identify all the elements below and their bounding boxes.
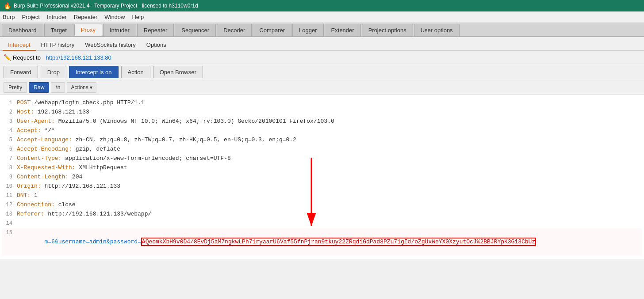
code-line-5: 5 Accept-Language: zh-CN, zh;q=0.8, zh-T…	[2, 136, 642, 145]
tab-proxy[interactable]: Proxy	[74, 24, 102, 36]
drop-button[interactable]: Drop	[41, 66, 66, 78]
menu-burp[interactable]: Burp	[3, 14, 15, 20]
code-line-8: 8 X-Requested-With: XMLHttpRequest	[2, 163, 642, 173]
newline-button[interactable]: \n	[51, 82, 65, 93]
open-browser-button[interactable]: Open Browser	[153, 66, 203, 78]
format-toolbar: Pretty Raw \n Actions ▾	[0, 80, 644, 95]
line-15-container: 15 m=6&username=admin&password=AQeomkXbH…	[2, 228, 642, 256]
subtab-http-history[interactable]: HTTP history	[36, 40, 80, 51]
tab-decoder[interactable]: Decoder	[217, 24, 252, 36]
tab-user-options[interactable]: User options	[414, 24, 460, 36]
request-url[interactable]: http://192.168.121.133:80	[46, 54, 111, 61]
pencil-icon: ✏️	[4, 54, 11, 61]
code-area: 1 POST /webapp/login_check.php HTTP/1.1 …	[0, 95, 644, 259]
action-buttons: Forward Drop Intercept is on Action Open…	[0, 64, 644, 80]
code-line-15: 15 m=6&username=admin&password=AQeomkXbH…	[2, 228, 642, 256]
title-bar: 🔥 Burp Suite Professional v2021.4 - Temp…	[0, 0, 644, 11]
tab-target[interactable]: Target	[44, 24, 73, 36]
tab-logger[interactable]: Logger	[292, 24, 323, 36]
line15-prefix: m=6&username=admin&password=	[44, 238, 141, 245]
actions-dropdown[interactable]: Actions ▾	[67, 82, 96, 93]
code-line-2: 2 Host: 192.168.121.133	[2, 108, 642, 117]
code-line-12: 12 Connection: close	[2, 201, 642, 210]
code-line-14: 14	[2, 219, 642, 228]
request-label: Request to	[13, 54, 41, 61]
menu-intruder[interactable]: Intruder	[47, 14, 67, 20]
main-tabs: Dashboard Target Proxy Intruder Repeater…	[0, 23, 644, 37]
code-line-13: 13 Referer: http://192.168.121.133/webap…	[2, 210, 642, 219]
menu-repeater[interactable]: Repeater	[74, 14, 97, 20]
subtab-options[interactable]: Options	[141, 40, 172, 51]
code-line-6: 6 Accept-Encoding: gzip, deflate	[2, 145, 642, 154]
tab-repeater[interactable]: Repeater	[137, 24, 174, 36]
tab-project-options[interactable]: Project options	[362, 24, 413, 36]
subtab-intercept[interactable]: Intercept	[3, 40, 36, 51]
line15-password-value: AQeomkXbH9v0D4/8EvDj5aM7ngkwLPh71ryaarU6…	[141, 238, 536, 246]
code-line-9: 9 Content-Length: 204	[2, 173, 642, 182]
tab-comparer[interactable]: Comparer	[253, 24, 291, 36]
menu-help[interactable]: Help	[132, 14, 144, 20]
pretty-button[interactable]: Pretty	[4, 82, 27, 93]
actions-label: Actions	[71, 84, 88, 91]
title-text: Burp Suite Professional v2021.4 - Tempor…	[14, 3, 198, 9]
sub-tabs: Intercept HTTP history WebSockets histor…	[0, 37, 644, 51]
raw-button[interactable]: Raw	[29, 82, 49, 93]
tab-intruder[interactable]: Intruder	[103, 24, 136, 36]
action-button[interactable]: Action	[121, 66, 150, 78]
menu-bar: Burp Project Intruder Repeater Window He…	[0, 11, 644, 23]
tab-sequencer[interactable]: Sequencer	[175, 24, 216, 36]
code-line-4: 4 Accept: */*	[2, 126, 642, 136]
menu-window[interactable]: Window	[104, 14, 125, 20]
code-line-10: 10 Origin: http://192.168.121.133	[2, 182, 642, 191]
app-icon: 🔥	[4, 2, 11, 9]
chevron-down-icon: ▾	[90, 84, 92, 91]
forward-button[interactable]: Forward	[4, 66, 38, 78]
code-line-3: 3 User-Agent: Mozilla/5.0 (Windows NT 10…	[2, 117, 642, 126]
tab-extender[interactable]: Extender	[325, 24, 361, 36]
tab-dashboard[interactable]: Dashboard	[2, 24, 43, 36]
code-line-11: 11 DNT: 1	[2, 191, 642, 201]
request-bar: ✏️ Request to http://192.168.121.133:80	[0, 51, 644, 64]
code-line-1: 1 POST /webapp/login_check.php HTTP/1.1	[2, 98, 642, 108]
intercept-button[interactable]: Intercept is on	[69, 66, 119, 78]
menu-project[interactable]: Project	[22, 14, 39, 20]
subtab-websockets[interactable]: WebSockets history	[80, 40, 141, 51]
code-line-7: 7 Content-Type: application/x-www-form-u…	[2, 154, 642, 163]
